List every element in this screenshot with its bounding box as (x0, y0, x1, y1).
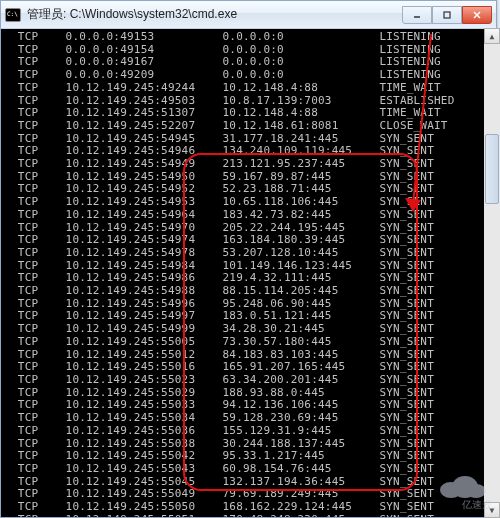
scroll-thumb[interactable] (485, 134, 499, 204)
window-controls (402, 6, 492, 24)
netstat-row: TCP 10.12.149.245:55034 59.128.230.69:44… (11, 412, 496, 425)
window-title: 管理员: C:\Windows\system32\cmd.exe (27, 6, 402, 23)
netstat-row: TCP 10.12.149.245:54953 10.65.118.106:44… (11, 196, 496, 209)
svg-rect-1 (444, 12, 450, 18)
netstat-row: TCP 10.12.149.245:55023 63.34.200.201:44… (11, 374, 496, 387)
scrollbar-vertical[interactable]: ▲ ▼ (484, 28, 500, 518)
netstat-row: TCP 0.0.0.0:49153 0.0.0.0:0 LISTENING (11, 31, 496, 44)
cmd-window: 管理员: C:\Windows\system32\cmd.exe TCP 0.0… (0, 0, 497, 518)
close-button[interactable] (462, 6, 492, 24)
netstat-row: TCP 10.12.149.245:54949 213.121.95.237:4… (11, 158, 496, 171)
minimize-button[interactable] (402, 6, 432, 24)
terminal-output[interactable]: TCP 0.0.0.0:49153 0.0.0.0:0 LISTENING TC… (1, 29, 496, 517)
netstat-row: TCP 10.12.149.245:55043 60.98.154.76:445… (11, 463, 496, 476)
netstat-row: TCP 10.12.149.245:52207 10.12.148.61:808… (11, 120, 496, 133)
netstat-row: TCP 10.12.149.245:49244 10.12.148.4:88 T… (11, 82, 496, 95)
netstat-row: TCP 10.12.149.245:55042 95.33.1.217:445 … (11, 450, 496, 463)
netstat-row: TCP 10.12.149.245:55051 170.48.248.230:4… (11, 514, 496, 517)
scroll-down-button[interactable]: ▼ (484, 502, 500, 518)
netstat-row: TCP 0.0.0.0:49209 0.0.0.0:0 LISTENING (11, 69, 496, 82)
netstat-row: TCP 10.12.149.245:55005 73.30.57.180:445… (11, 336, 496, 349)
netstat-row: TCP 10.12.149.245:54964 183.42.73.82:445… (11, 209, 496, 222)
netstat-row: TCP 10.12.149.245:55036 155.129.31.9:445… (11, 425, 496, 438)
titlebar[interactable]: 管理员: C:\Windows\system32\cmd.exe (1, 1, 496, 29)
maximize-button[interactable] (432, 6, 462, 24)
netstat-row: TCP 10.12.149.245:54978 53.207.128.10:44… (11, 247, 496, 260)
netstat-row: TCP 10.12.149.245:55050 168.162.229.124:… (11, 501, 496, 514)
scroll-up-button[interactable]: ▲ (484, 28, 500, 44)
netstat-row: TCP 10.12.149.245:54999 34.28.30.21:445 … (11, 323, 496, 336)
scroll-track[interactable] (484, 44, 500, 502)
netstat-row: TCP 10.12.149.245:54988 88.15.114.205:44… (11, 285, 496, 298)
cmd-icon (5, 8, 21, 22)
